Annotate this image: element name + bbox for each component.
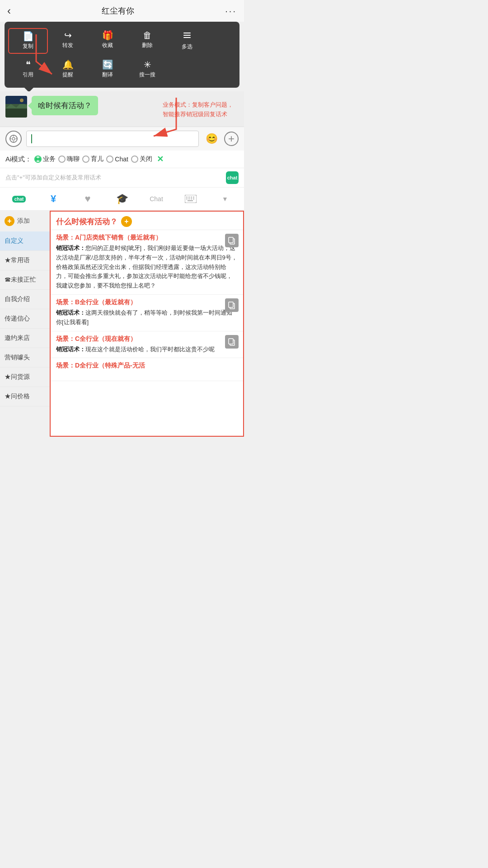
- tab-money[interactable]: ¥: [36, 188, 70, 210]
- sidebar-item-marketing[interactable]: 营销噱头: [0, 348, 50, 368]
- search-label: 搜一搜: [139, 71, 155, 79]
- money-icon: ¥: [51, 193, 56, 205]
- more-button[interactable]: ···: [225, 6, 237, 16]
- tab-keyboard[interactable]: [174, 189, 208, 208]
- panel-add-button[interactable]: +: [121, 216, 132, 227]
- menu-translate[interactable]: 🔄 翻译: [88, 57, 127, 81]
- sidebar-item-source[interactable]: ★问货源: [0, 368, 50, 387]
- heart-icon: ♥: [84, 193, 90, 205]
- panel-title: 什么时候有活动？: [56, 217, 117, 227]
- svg-rect-23: [186, 198, 188, 199]
- graduation-icon: 🎓: [116, 193, 128, 205]
- keyboard-icon: [185, 195, 197, 203]
- sidebar-item-common-label: ★常用语: [5, 256, 30, 264]
- menu-remind[interactable]: 🔔 提醒: [48, 57, 88, 81]
- radio-chaten-label: Chat: [115, 156, 128, 163]
- tool-tabs: chat ¥ ♥ 🎓 Chat ▼: [0, 188, 244, 211]
- scenario-a: 场景：A门店类线下销售（最近就有） 销冠话术：您问的正是时候[呲牙]，我们刚好最…: [51, 230, 243, 295]
- menu-delete[interactable]: 🗑 删除: [127, 28, 167, 54]
- add-label: 添加: [17, 217, 30, 225]
- svg-rect-6: [5, 96, 27, 104]
- menu-multiselect[interactable]: 多选: [167, 28, 207, 54]
- search-icon: ✳: [144, 60, 151, 69]
- delete-icon: 🗑: [143, 31, 152, 40]
- sidebar-item-invite[interactable]: 邀约来店: [0, 329, 50, 348]
- panel-header: 什么时候有活动？ +: [51, 212, 243, 230]
- radio-business-circle: [34, 156, 42, 163]
- sidebar-item-common[interactable]: ★常用语: [0, 251, 50, 270]
- sidebar: + 添加 自定义 ★常用语 ☎未接正忙 自我介绍 传递信心 邀约来店 营销噱头 …: [0, 211, 50, 437]
- menu-collect[interactable]: 🎁 收藏: [88, 28, 127, 54]
- svg-rect-25: [191, 198, 192, 199]
- tab-graduation[interactable]: 🎓: [105, 188, 139, 210]
- hint-text: 点击"+"可添加自定义标签及常用话术: [5, 174, 101, 182]
- tab-chat[interactable]: Chat: [139, 190, 174, 208]
- svg-rect-29: [229, 237, 233, 243]
- scenario-d: 场景：D全行业（特殊产品-无活: [51, 358, 243, 381]
- radio-haichat-label: 嗨聊: [67, 155, 80, 163]
- tab-dropdown[interactable]: ▼: [208, 190, 242, 208]
- collect-label: 收藏: [102, 42, 113, 49]
- svg-rect-27: [188, 200, 193, 201]
- sidebar-item-marketing-label: 营销噱头: [5, 354, 30, 361]
- scenario-b-label: 场景：B全行业（最近就有）: [56, 298, 238, 307]
- emoji-button[interactable]: 😊: [203, 131, 220, 147]
- sidebar-item-intro-label: 自我介绍: [5, 295, 30, 302]
- scenario-b-content: 销冠话术：这两天很快就会有了，稍等等哈，到时候我第一时间通知你[让我看看]: [56, 308, 238, 327]
- sidebar-item-intro[interactable]: 自我介绍: [0, 290, 50, 309]
- delete-label: 删除: [142, 42, 153, 49]
- bubble-text: 啥时候有活动？: [38, 101, 92, 110]
- hint-bar: 点击"+"可添加自定义标签及常用话术 chat: [0, 168, 244, 188]
- sidebar-item-busy[interactable]: ☎未接正忙: [0, 270, 50, 290]
- remind-label: 提醒: [62, 71, 73, 79]
- radio-parenting[interactable]: 育儿: [82, 155, 103, 163]
- voice-button[interactable]: [5, 131, 22, 147]
- forward-icon: ↪: [64, 31, 72, 40]
- menu-quote[interactable]: ❝ 引用: [8, 57, 48, 81]
- back-button[interactable]: ‹: [7, 5, 11, 17]
- copy-menu-label: 复制: [23, 42, 33, 50]
- scenario-b: 场景：B全行业（最近就有） 销冠话术：这两天很快就会有了，稍等等哈，到时候我第一…: [51, 295, 243, 331]
- sidebar-item-source-label: ★问货源: [5, 373, 30, 380]
- page-title: 红尘有你: [102, 5, 134, 16]
- message-input[interactable]: [26, 131, 199, 147]
- radio-business[interactable]: 业务: [34, 155, 56, 163]
- scenario-b-copy-button[interactable]: [225, 298, 239, 312]
- scenario-a-copy-button[interactable]: [225, 234, 239, 247]
- chat-area: 啥时候有活动？ 业务模式：复制客户问题，智能推荐销冠级回复话术: [0, 91, 244, 125]
- cursor: [31, 134, 32, 143]
- sidebar-item-custom[interactable]: 自定义: [0, 231, 50, 251]
- svg-rect-31: [229, 302, 233, 307]
- scenario-d-label: 场景：D全行业（特殊产品-无活: [56, 362, 238, 370]
- tab-robot[interactable]: chat: [2, 190, 36, 208]
- plus-button[interactable]: +: [224, 132, 239, 146]
- menu-copy[interactable]: 📄 复制: [8, 28, 48, 54]
- remind-icon: 🔔: [62, 60, 74, 69]
- svg-rect-0: [183, 33, 191, 33]
- menu-forward[interactable]: ↪ 转发: [48, 28, 88, 54]
- sidebar-item-confidence-label: 传递信心: [5, 315, 30, 322]
- sidebar-item-confidence[interactable]: 传递信心: [0, 309, 50, 329]
- radio-business-label: 业务: [43, 155, 56, 163]
- radio-off[interactable]: 关闭: [131, 155, 152, 163]
- sidebar-item-price[interactable]: ★问价格: [0, 387, 50, 406]
- translate-icon: 🔄: [102, 60, 113, 69]
- translate-label: 翻译: [102, 71, 113, 79]
- menu-search[interactable]: ✳ 搜一搜: [127, 57, 167, 81]
- right-panel: 什么时候有活动？ + 场景：A门店类线下销售（最近就有） 销冠话术：您问的正是时…: [50, 211, 244, 437]
- sidebar-add-button[interactable]: + 添加: [0, 211, 50, 231]
- tab-heart[interactable]: ♥: [70, 188, 105, 210]
- radio-off-circle: [131, 156, 138, 163]
- radio-haichat[interactable]: 嗨聊: [58, 155, 80, 163]
- ai-close-button[interactable]: ✕: [157, 154, 164, 164]
- scenario-c-copy-button[interactable]: [225, 335, 239, 349]
- dropdown-icon: ▼: [222, 195, 228, 203]
- radio-chat-en[interactable]: Chat: [106, 156, 128, 163]
- avatar: [5, 96, 27, 118]
- quote-icon: ❝: [26, 60, 31, 69]
- radio-parenting-circle: [82, 156, 89, 163]
- scenario-a-content: 销冠话术：您问的正是时候[呲牙]，我们刚好最近要做一场大活动，这次活动是厂家/总…: [56, 244, 238, 291]
- chat-tab-label: Chat: [150, 195, 163, 203]
- radio-chaten-circle: [106, 156, 113, 163]
- sidebar-item-busy-label: ☎未接正忙: [5, 276, 36, 283]
